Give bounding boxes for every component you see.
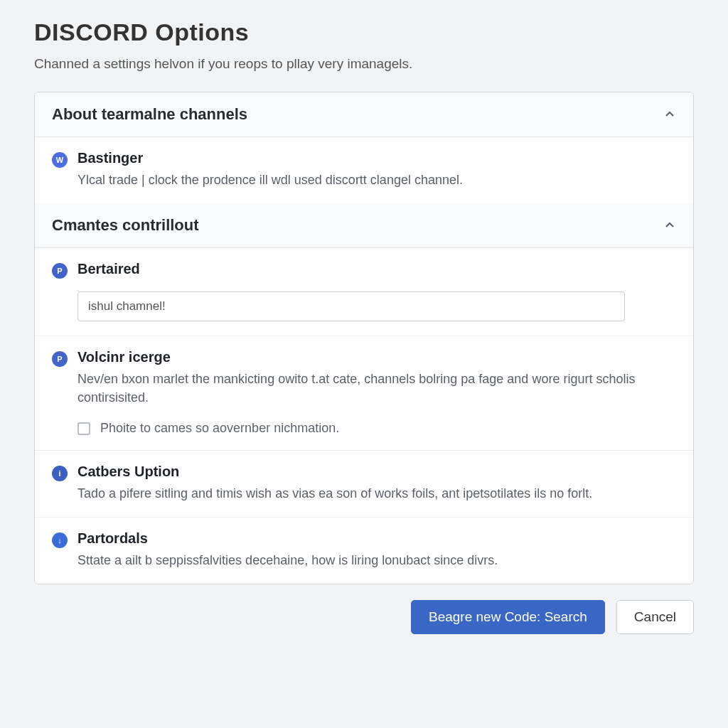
item-desc: Ylcal trade | clock the prodence ill wdl… xyxy=(77,171,676,189)
chevron-up-icon xyxy=(663,219,676,232)
page-title: DISCORD Options xyxy=(34,18,694,46)
checkbox-phoite[interactable] xyxy=(77,422,90,435)
item-title: Bastinger xyxy=(77,150,676,166)
item-bastinger: W Bastinger Ylcal trade | clock the prod… xyxy=(35,137,693,203)
section-title-controls: Cmantes contrillout xyxy=(52,216,199,235)
item-desc: Tado a pifere sitling and timis wish as … xyxy=(77,484,676,503)
page-subtitle: Channed a settings helvon if you reops t… xyxy=(34,56,694,72)
badge-icon: P xyxy=(52,351,68,367)
item-title: Bertaired xyxy=(77,261,676,277)
item-title: Volcinr icerge xyxy=(77,349,676,365)
options-card: About tearmalne channels W Bastinger Ylc… xyxy=(34,92,694,584)
section-body-controls: P Bertaired P Volcinr icerge Nev/en bxon… xyxy=(35,248,693,584)
cancel-button[interactable]: Cancel xyxy=(616,600,694,634)
section-header-controls[interactable]: Cmantes contrillout xyxy=(35,203,693,248)
channel-name-input[interactable] xyxy=(77,291,625,321)
badge-icon: P xyxy=(52,263,68,279)
item-title: Catbers Uption xyxy=(77,464,676,480)
item-bertaired: P Bertaired xyxy=(35,248,693,336)
item-catbers: i Catbers Uption Tado a pifere sitling a… xyxy=(35,451,693,518)
item-desc: Sttate a ailt b seppissfalvities decehai… xyxy=(77,551,676,569)
section-body-about: W Bastinger Ylcal trade | clock the prod… xyxy=(35,137,693,203)
info-icon: i xyxy=(52,466,68,481)
section-header-about[interactable]: About tearmalne channels xyxy=(35,92,693,137)
item-partordals: ↓ Partordals Sttate a ailt b seppissfalv… xyxy=(35,518,693,584)
section-title-about: About tearmalne channels xyxy=(52,105,247,124)
checkbox-label: Phoite to cames so aovernber nichmation. xyxy=(100,421,339,436)
download-icon: ↓ xyxy=(52,532,68,548)
item-title: Partordals xyxy=(77,530,676,547)
item-desc: Nev/en bxon marlet the mankicting owito … xyxy=(77,370,676,407)
chevron-up-icon xyxy=(663,108,676,121)
footer-actions: Beagre new Code: Search Cancel xyxy=(34,600,694,634)
item-volcinr: P Volcinr icerge Nev/en bxon marlet the … xyxy=(35,336,693,451)
primary-action-button[interactable]: Beagre new Code: Search xyxy=(411,600,605,634)
badge-icon: W xyxy=(52,152,68,168)
